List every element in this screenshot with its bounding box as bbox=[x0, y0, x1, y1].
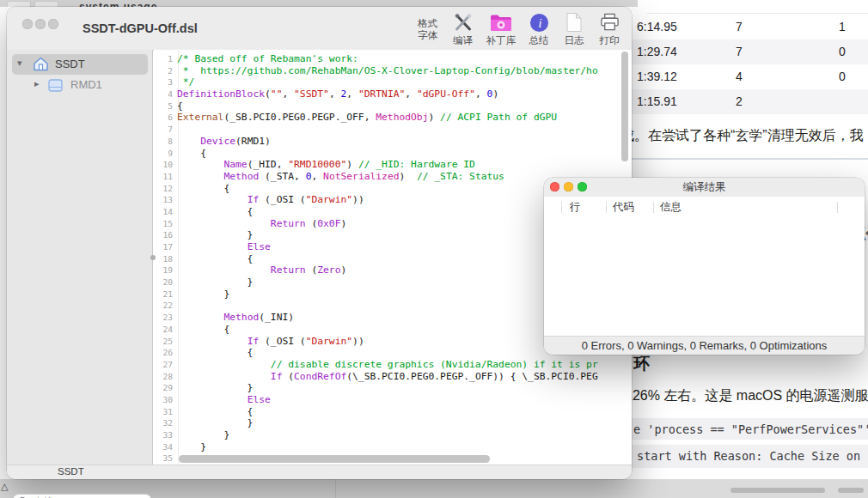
line-number: 28 bbox=[154, 371, 177, 383]
code-text: // disable discrete graphics (Nvidia/Rad… bbox=[177, 359, 598, 371]
code-text: */ bbox=[177, 76, 194, 88]
search-field[interactable] bbox=[12, 494, 152, 498]
table-cell: 1:39.12 bbox=[637, 70, 677, 83]
code-text: { bbox=[177, 148, 206, 160]
format-font-button[interactable]: 格式 字体 bbox=[416, 11, 440, 41]
horizontal-scrollbar[interactable] bbox=[179, 455, 490, 463]
code-line: 32 } bbox=[154, 417, 632, 429]
patch-library-button[interactable]: 补丁库 bbox=[486, 11, 517, 47]
line-number: 27 bbox=[154, 359, 177, 371]
vertical-scrollbar[interactable] bbox=[621, 52, 628, 161]
clipped-glyph-fragment: △ bbox=[1, 481, 8, 492]
line-number: 35 bbox=[154, 452, 177, 465]
line-number: 9 bbox=[154, 148, 177, 160]
code-text: If (_OSI ("Darwin")) bbox=[177, 194, 364, 206]
window-title: SSDT-dGPU-Off.dsl bbox=[83, 21, 198, 35]
status-text: SSDT bbox=[58, 466, 84, 477]
log-button[interactable]: 日志 bbox=[562, 11, 586, 47]
compile-button[interactable]: 编译 bbox=[451, 11, 475, 47]
screen: system usage 6:14.95711:29.74701:39.1240… bbox=[0, 0, 868, 498]
table-cell: 2 bbox=[730, 94, 748, 108]
line-number: 11 bbox=[154, 171, 177, 183]
background-fragment bbox=[730, 488, 825, 493]
bottom-strip-divider bbox=[335, 479, 336, 498]
background-paragraph: 成。在尝试了各种“玄学”清理无效后，我 bbox=[620, 127, 864, 145]
line-number: 16 bbox=[154, 229, 177, 241]
line-number: 3 bbox=[154, 76, 177, 88]
line-number: 18 bbox=[154, 253, 177, 265]
code-snippet: start with Reason: Cache Size on bbox=[637, 449, 860, 463]
code-text: If (CondRefOf(\_SB.PCI0.PEG0.PEGP._OFF))… bbox=[177, 371, 598, 383]
line-number: 34 bbox=[154, 441, 177, 453]
line-number: 30 bbox=[154, 394, 177, 406]
folder-icon bbox=[490, 11, 512, 33]
code-line: 9 { bbox=[154, 148, 632, 160]
code-line: 7 bbox=[154, 124, 632, 136]
code-snippet-band: e 'process == "PerfPowerServices"' bbox=[619, 418, 868, 440]
code-line: 34 } bbox=[154, 441, 632, 453]
code-text: { bbox=[177, 406, 253, 418]
code-line: 28 If (CondRefOf(\_SB.PCI0.PEG0.PEGP._OF… bbox=[154, 371, 632, 383]
results-status-bar: 0 Errors, 0 Warnings, 0 Remarks, 0 Optim… bbox=[544, 336, 865, 355]
results-table-body bbox=[544, 217, 865, 337]
code-snippet-band: start with Reason: Cache Size on bbox=[619, 445, 868, 468]
line-number: 13 bbox=[154, 194, 177, 206]
code-text: } bbox=[177, 276, 253, 288]
column-separator bbox=[606, 202, 607, 213]
line-number: 19 bbox=[154, 264, 177, 276]
table-row: 1:39.1240 bbox=[632, 64, 868, 89]
background-top-strip: system usage bbox=[0, 0, 638, 7]
sidebar-item-label: SSDT bbox=[55, 58, 85, 70]
line-number: 23 bbox=[154, 312, 177, 324]
code-text: } bbox=[177, 441, 206, 453]
code-text: Method(_INI) bbox=[177, 312, 294, 324]
status-bar: SSDT bbox=[7, 465, 632, 479]
code-line: 29 } bbox=[154, 382, 632, 394]
code-text: { bbox=[177, 100, 183, 112]
summary-button[interactable]: i 总结 bbox=[527, 11, 551, 47]
line-number: 31 bbox=[154, 406, 177, 418]
background-paragraph: 126% 左右。这是 macOS 的电源遥测服 bbox=[625, 387, 868, 405]
code-text: } bbox=[177, 417, 253, 429]
line-number: 32 bbox=[154, 417, 177, 429]
background-button-fragment bbox=[34, 1, 58, 7]
zoom-button[interactable] bbox=[48, 19, 58, 29]
column-separator bbox=[561, 202, 562, 213]
column-header-line[interactable]: 行 bbox=[570, 200, 581, 215]
code-text: { bbox=[177, 183, 229, 195]
line-number: 20 bbox=[154, 276, 177, 288]
print-button[interactable]: 打印 bbox=[597, 11, 621, 47]
line-number: 22 bbox=[154, 300, 177, 312]
table-row: 6:14.9571 bbox=[632, 15, 868, 39]
line-number: 8 bbox=[154, 136, 177, 148]
chevron-down-icon[interactable]: ▾ bbox=[17, 58, 22, 69]
code-text: DefinitionBlock("", "SSDT", 2, "DRTNIA",… bbox=[177, 88, 498, 100]
splitter-handle[interactable] bbox=[150, 255, 156, 260]
line-number: 25 bbox=[154, 336, 177, 348]
column-header-code[interactable]: 代码 bbox=[613, 200, 634, 215]
code-text: { bbox=[177, 347, 253, 359]
line-number: 2 bbox=[154, 65, 177, 77]
background-fragment bbox=[838, 488, 864, 493]
code-snippet: e 'process == "PerfPowerServices"' bbox=[633, 422, 868, 436]
home-icon bbox=[33, 57, 49, 75]
table-cell: 7 bbox=[730, 45, 748, 58]
code-line: 1/* Based off of Rebaman's work: bbox=[154, 53, 632, 65]
results-summary: 0 Errors, 0 Warnings, 0 Remarks, 0 Optim… bbox=[582, 339, 828, 352]
line-number: 15 bbox=[154, 218, 177, 230]
background-button-fragment bbox=[7, 1, 31, 7]
code-text: * https://github.com/RehabMan/OS-X-Clove… bbox=[177, 65, 598, 77]
code-text: { bbox=[177, 324, 229, 336]
close-button[interactable] bbox=[22, 19, 33, 29]
line-number: 7 bbox=[154, 124, 177, 136]
maciasl-window: SSDT-dGPU-Off.dsl 格式 字体 编译 bbox=[7, 7, 632, 479]
code-text: { bbox=[177, 206, 253, 218]
background-heading: 环 bbox=[633, 353, 650, 375]
compile-results-window: 编译结果 行 代码 信息 0 Errors, 0 Warnings, 0 Rem… bbox=[544, 178, 865, 355]
minimize-button[interactable] bbox=[35, 19, 46, 29]
line-number: 17 bbox=[154, 241, 177, 253]
chevron-right-icon[interactable]: ▸ bbox=[34, 78, 40, 89]
sidebar-item-ssdt[interactable]: ▾ SSDT bbox=[12, 54, 148, 75]
sidebar-item-rmd1[interactable]: ▸ RMD1 bbox=[12, 75, 148, 95]
column-header-info[interactable]: 信息 bbox=[660, 200, 682, 215]
